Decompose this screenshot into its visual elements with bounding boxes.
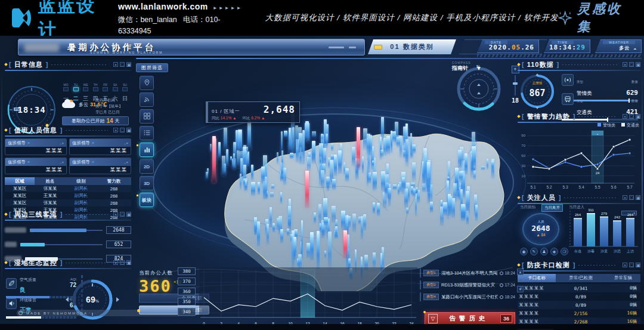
- alert-row[interactable]: 类型1湿地3-104片区有不明人员闯入18:24: [420, 269, 515, 277]
- website-link[interactable]: www.lanlanwork.com: [118, 2, 208, 11]
- panel-copy-icon[interactable]: □: [629, 263, 634, 267]
- panel-close-icon[interactable]: ×: [113, 212, 118, 217]
- map-tooltip: 01 / 区域一 2,648 同比 14.1% ▲ 环比 6.2% ▲: [206, 101, 300, 123]
- camera-icon[interactable]: ◉: [520, 248, 528, 255]
- column-header[interactable]: 区域: [5, 177, 35, 185]
- svg-text:24: 24: [596, 171, 600, 175]
- layer-button-3D[interactable]: 3D: [140, 176, 154, 190]
- panel-expand-icon[interactable]: ▣: [126, 128, 131, 132]
- data-bar: [312, 141, 315, 164]
- panel-copy-icon[interactable]: □: [629, 114, 634, 119]
- cell-region: 某某区: [5, 193, 35, 199]
- panel-copy-icon[interactable]: □: [629, 62, 634, 67]
- panel-copy-icon[interactable]: □: [120, 62, 125, 67]
- table-row[interactable]: 某某区王某某副局长268: [5, 192, 131, 199]
- panel-close-icon[interactable]: ×: [623, 263, 627, 267]
- table-row[interactable]: 某某区张某某副局长268: [5, 199, 131, 206]
- alert-row[interactable]: 类型4某路口有小汽车连闯三个红灯18:24: [420, 292, 515, 301]
- checkpoint-row[interactable]: 某某某某某0/3410辆: [518, 284, 640, 292]
- layer-button-板块[interactable]: 板块: [140, 193, 154, 207]
- duty-leader-card[interactable]: 值班领导»‥×某某某: [5, 158, 67, 174]
- panel-close-icon[interactable]: ×: [623, 62, 627, 67]
- week-day-en: FR: [101, 83, 109, 87]
- panel-expand-icon[interactable]: ▣: [126, 260, 131, 265]
- data-bar: [289, 130, 290, 148]
- panel-close-icon[interactable]: ×: [113, 62, 118, 67]
- panel-accent: [517, 63, 521, 66]
- panel-close-icon[interactable]: ×: [623, 114, 627, 119]
- person-icon[interactable]: ♟: [540, 248, 548, 255]
- panel-title: 警情警力趋势: [527, 112, 570, 121]
- tab-data-category-1[interactable]: 01 数据类别: [368, 39, 456, 54]
- data-bar: [224, 128, 227, 151]
- panel-expand-icon[interactable]: ▣: [126, 212, 131, 217]
- compass-ring-icon[interactable]: [456, 66, 502, 112]
- alert-row[interactable]: 类型2RD13-53烟感报警疑似火灾17:24: [420, 280, 515, 289]
- dotted-filler: [66, 263, 108, 263]
- panel-close-icon[interactable]: ×: [113, 128, 118, 132]
- data-bar: [473, 171, 476, 180]
- zoom-slider-handle[interactable]: [513, 82, 518, 85]
- duty-leader-card[interactable]: 值班领导»‥×某某某: [5, 138, 67, 155]
- persons-tab[interactable]: 当日抓拍: [518, 204, 538, 212]
- panel-expand-icon[interactable]: ▣: [636, 263, 640, 267]
- table-row[interactable]: 某某区张某某副局长268: [5, 185, 131, 192]
- svg-text:30: 30: [521, 164, 525, 168]
- edit-icon[interactable]: ✎: [530, 248, 538, 255]
- cell-checkpoint-name: 某某某某: [518, 310, 556, 316]
- layer-button-signal[interactable]: [140, 92, 154, 107]
- layer-button-chart[interactable]: [140, 143, 154, 157]
- panel-expand-icon[interactable]: ▣: [126, 62, 131, 67]
- panel-expand-icon[interactable]: ▣: [636, 114, 640, 119]
- week-day-en: SA: [112, 83, 119, 87]
- scroll-up-icon[interactable]: ▲: [517, 269, 524, 275]
- checkpoint-row[interactable]: 某某某某0/890辆: [518, 292, 640, 301]
- tooltip-value: 2,648: [264, 104, 295, 115]
- data-bar: [245, 180, 247, 190]
- panel-expand-icon[interactable]: ▣: [636, 195, 640, 200]
- duty-leader-cards: 值班领导»‥×某某某值班领导»‥×某某某值班领导»‥×某某某值班领导»‥×某某某: [5, 138, 131, 174]
- zoom-slider[interactable]: [515, 75, 516, 95]
- hotspot-bar: [357, 127, 360, 168]
- panel-copy-icon[interactable]: □: [120, 128, 125, 132]
- data-bar: [324, 251, 326, 258]
- card-controls: ‥×: [123, 160, 128, 164]
- layer-button-2D[interactable]: 2D: [140, 159, 154, 174]
- data-bar: [398, 184, 400, 195]
- duty-leader-card[interactable]: 值班领导»‥×某某某: [69, 138, 131, 155]
- data-bar: [397, 137, 400, 147]
- duty-card-name: 某某某: [70, 166, 131, 174]
- layer-button-grid[interactable]: [140, 109, 154, 124]
- data-bar: [324, 217, 328, 226]
- scroll-dot: [519, 279, 522, 282]
- column-header: 异常车辆: [606, 274, 640, 282]
- data-bar: [430, 202, 433, 212]
- panel-close-icon[interactable]: ×: [113, 260, 118, 265]
- panel-underline: [518, 70, 640, 71]
- alarm-history-button[interactable]: ▽ 告警历史 36: [425, 312, 515, 325]
- inspiration-collect[interactable]: 灵感收集: [558, 0, 631, 36]
- data-bar: [226, 149, 228, 167]
- data-bar: [326, 134, 328, 148]
- panel-close-icon[interactable]: ×: [623, 195, 627, 200]
- data-bar: [317, 231, 320, 269]
- duty-leader-card[interactable]: 值班领导»‥×某某某: [69, 158, 131, 174]
- panel-underline: [5, 70, 131, 71]
- alert-type-tag: 类型1: [423, 270, 439, 276]
- duty-card-label: 值班领导: [72, 140, 90, 146]
- panel-copy-icon[interactable]: □: [120, 212, 125, 217]
- data-bar: [341, 211, 345, 230]
- weather-label: WEATHER: [603, 41, 635, 44]
- checkpoint-row[interactable]: 某某某某2/15616辆: [518, 309, 640, 317]
- layer-button-marker[interactable]: [140, 76, 154, 90]
- panel-copy-icon[interactable]: □: [629, 195, 634, 200]
- panel-expand-icon[interactable]: ▣: [636, 62, 640, 67]
- panel-copy-icon[interactable]: □: [120, 260, 125, 265]
- persons-tab[interactable]: 当日离开: [541, 204, 563, 212]
- services-list: 大数据可视化设计 / 软件界面设计 / 网站建设 / 手机及小程序设计 / 软件…: [265, 13, 558, 23]
- data-bar: [465, 153, 467, 174]
- checkpoint-row[interactable]: 某某某某0/890辆: [518, 301, 640, 309]
- scroll-down-icon[interactable]: ▼: [517, 286, 524, 292]
- layer-button-list[interactable]: [140, 126, 154, 140]
- lock-icon[interactable]: ◈: [550, 248, 558, 255]
